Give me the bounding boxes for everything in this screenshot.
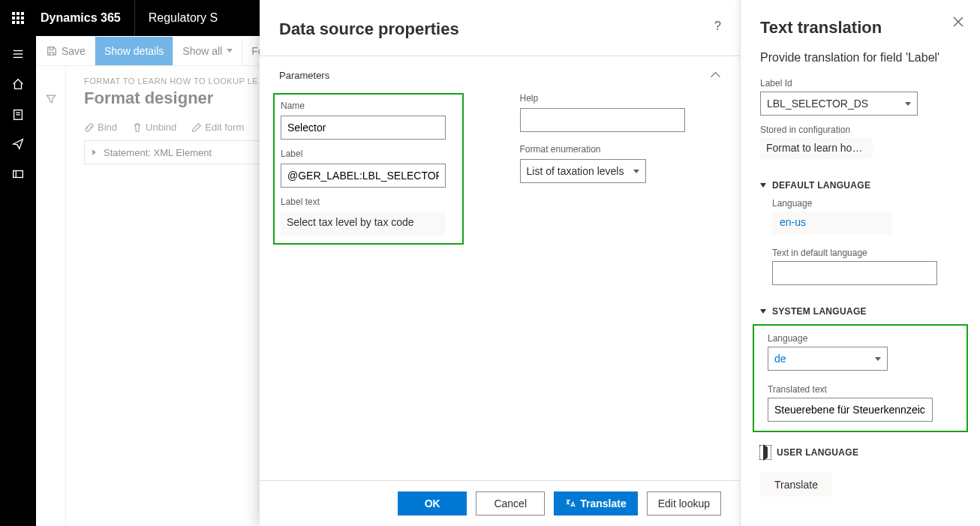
rp-title: Text translation	[760, 18, 960, 51]
chevron-down-icon	[633, 170, 639, 173]
caret-right-icon	[92, 149, 96, 155]
svg-rect-15	[14, 171, 23, 178]
default-text-input[interactable]	[772, 261, 937, 285]
panel-title: Data source properties	[279, 20, 459, 39]
chevron-down-icon	[875, 357, 881, 361]
trash-icon	[132, 122, 143, 133]
help-input[interactable]	[520, 108, 685, 132]
translated-text-input[interactable]	[768, 398, 933, 422]
translated-text-label: Translated text	[768, 384, 959, 398]
chevron-down-icon	[905, 102, 911, 106]
help-label: Help	[520, 93, 722, 108]
focus-outline	[760, 446, 771, 459]
format-enum-value: List of taxation levels	[527, 165, 624, 177]
rp-translate-button[interactable]: Translate	[760, 473, 832, 497]
parameters-section-header[interactable]: Parameters	[279, 61, 721, 93]
chevron-down-icon	[227, 49, 233, 53]
save-button[interactable]: Save	[38, 37, 95, 65]
tree-item-label: Statement: XML Element	[104, 147, 212, 158]
caret-down-icon	[760, 309, 766, 314]
system-language-dropdown[interactable]: de	[768, 347, 888, 371]
name-input[interactable]	[281, 116, 446, 140]
data-source-properties-panel: Data source properties ? Parameters Name…	[260, 0, 741, 526]
rp-subtitle: Provide translation for field 'Label'	[760, 51, 960, 78]
filter-icon[interactable]	[45, 93, 57, 107]
page-segment[interactable]: Regulatory S	[134, 0, 232, 36]
system-language-value: de	[774, 353, 786, 365]
translate-button[interactable]: Translate	[554, 491, 637, 515]
recent-icon[interactable]	[0, 99, 36, 129]
cancel-button[interactable]: Cancel	[476, 491, 545, 515]
caret-down-icon	[760, 183, 766, 188]
svg-rect-2	[21, 12, 24, 15]
svg-rect-1	[17, 12, 20, 15]
filter-column	[36, 66, 66, 526]
label-id-label: Label Id	[760, 78, 960, 92]
show-all-button[interactable]: Show all	[173, 37, 242, 65]
show-all-label: Show all	[182, 45, 222, 57]
default-language-value: en-us	[772, 212, 892, 234]
name-label: Name	[281, 101, 456, 116]
text-translation-panel: Text translation Provide translation for…	[740, 0, 980, 526]
bind-button[interactable]: Bind	[84, 122, 117, 133]
default-language-label: Language	[772, 198, 960, 212]
waffle-icon	[12, 12, 24, 24]
panel-footer: OK Cancel Translate Edit lookup	[260, 480, 741, 526]
unbind-button[interactable]: Unbind	[132, 122, 176, 133]
left-rail	[0, 36, 36, 526]
chevron-up-icon	[712, 71, 721, 80]
label-id-value: LBL_SELECTOR_DS	[767, 98, 868, 110]
svg-rect-0	[12, 12, 15, 15]
nav-menu-icon[interactable]	[0, 39, 36, 69]
system-language-label: Language	[768, 333, 959, 347]
save-icon	[47, 46, 57, 56]
stored-config-label: Stored in configuration	[760, 125, 960, 138]
app-launcher-icon[interactable]	[0, 0, 36, 36]
label-text-value: Select tax level by tax code	[281, 212, 446, 236]
system-language-section[interactable]: SYSTEM LANGUAGE	[760, 303, 960, 324]
pencil-icon	[191, 122, 202, 133]
caret-right-icon	[763, 444, 768, 461]
ok-button[interactable]: OK	[398, 491, 467, 515]
close-icon[interactable]	[953, 17, 963, 29]
svg-rect-7	[17, 21, 20, 24]
svg-rect-6	[12, 21, 15, 24]
label-text-label: Label text	[281, 197, 456, 212]
label-label: Label	[281, 149, 456, 164]
edit-formula-button[interactable]: Edit form	[191, 122, 244, 133]
parameters-highlight-box: Name Label Label text Select tax level b…	[273, 93, 464, 245]
svg-rect-4	[17, 17, 20, 20]
label-input[interactable]	[281, 164, 446, 188]
link-icon	[84, 122, 95, 133]
show-details-label: Show details	[104, 45, 164, 57]
format-enum-label: Format enumeration	[520, 144, 722, 159]
module-icon[interactable]	[0, 159, 36, 189]
label-id-dropdown[interactable]: LBL_SELECTOR_DS	[760, 92, 918, 116]
svg-rect-3	[12, 17, 15, 20]
show-details-button[interactable]: Show details	[95, 37, 173, 65]
help-icon[interactable]: ?	[714, 20, 721, 33]
edit-lookup-button[interactable]: Edit lookup	[647, 491, 721, 515]
default-text-label: Text in default language	[772, 248, 960, 261]
app-name[interactable]: Dynamics 365	[36, 11, 134, 25]
default-language-section[interactable]: DEFAULT LANGUAGE	[760, 177, 960, 198]
parameters-label: Parameters	[279, 70, 329, 81]
send-icon[interactable]	[0, 129, 36, 159]
stored-config-value: Format to learn how t...	[760, 138, 873, 159]
user-language-section[interactable]: USER LANGUAGE	[760, 443, 960, 467]
home-icon[interactable]	[0, 69, 36, 99]
svg-rect-5	[21, 17, 24, 20]
translate-icon	[565, 498, 576, 509]
system-language-highlight-box: Language de Translated text	[753, 324, 968, 432]
svg-rect-8	[21, 21, 24, 24]
save-label: Save	[62, 45, 86, 57]
format-enum-dropdown[interactable]: List of taxation levels	[520, 159, 646, 183]
